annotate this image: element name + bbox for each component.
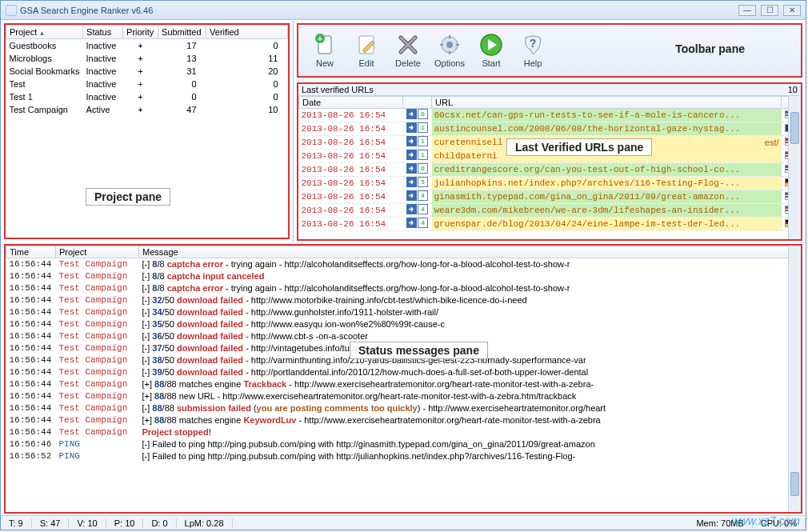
status-v: V: 10 xyxy=(69,518,106,528)
message-row[interactable]: 16:56:44Test Campaign[-] 35/50 download … xyxy=(6,318,801,330)
help-icon: ? xyxy=(521,33,545,57)
toolbar-pane: Toolbar pane + New Edit xyxy=(297,23,802,78)
statusbar: T: 9 S: 47 V: 10 P: 10 D: 0 LpM: 0.28 Me… xyxy=(1,515,806,530)
col-url[interactable]: URL xyxy=(432,97,782,109)
maximize-button[interactable]: ☐ xyxy=(761,5,778,16)
col-status[interactable]: Status xyxy=(83,26,123,39)
verified-title: Last verified URLs 10 xyxy=(298,84,801,96)
message-row[interactable]: 16:56:44Test Campaign[-] 32/50 download … xyxy=(6,294,801,306)
message-row[interactable]: 16:56:44Test Campaign[-] 8/8 captcha err… xyxy=(6,258,801,270)
status-cpu: CPU: 0% xyxy=(753,518,806,528)
messages-scrollbar[interactable] xyxy=(788,246,801,512)
col-date[interactable]: Date xyxy=(299,97,403,109)
svg-text:?: ? xyxy=(530,37,537,50)
project-row[interactable]: Social BookmarksInactive+3120 xyxy=(6,65,288,78)
svg-point-5 xyxy=(446,42,453,48)
project-pane: Project pane Project Status Priority Sub… xyxy=(4,23,290,239)
col-priority[interactable]: Priority xyxy=(123,26,158,39)
message-row[interactable]: 16:56:44Test Campaign[-] 36/50 download … xyxy=(6,330,801,342)
project-row[interactable]: GuestbooksInactive+170 xyxy=(6,39,288,53)
verified-row[interactable]: 2013-08-26 16:54 4 gruenspar.de/blog/201… xyxy=(299,218,801,231)
message-row[interactable]: 16:56:52PING[-] Failed to ping http://pi… xyxy=(6,450,801,462)
col-verified[interactable]: Verified xyxy=(206,26,288,39)
message-row[interactable]: 16:56:46PING[-] Failed to ping http://pi… xyxy=(6,438,801,450)
message-row[interactable]: 16:56:44Test Campaign[-] 88/88 submissio… xyxy=(6,402,801,414)
message-row[interactable]: 16:56:44Test Campaign[+] 88/88 matches e… xyxy=(6,414,801,426)
minimize-button[interactable]: — xyxy=(738,5,756,16)
project-row[interactable]: MicroblogsInactive+1311 xyxy=(6,52,288,65)
start-button[interactable]: Start xyxy=(471,28,511,73)
help-button[interactable]: ? Help xyxy=(513,28,553,73)
project-table[interactable]: Project Status Priority Submitted Verifi… xyxy=(6,25,288,116)
svg-text:+: + xyxy=(318,34,322,43)
project-pane-label: Project pane xyxy=(86,188,170,206)
new-button[interactable]: + New xyxy=(305,28,345,73)
edit-icon xyxy=(354,33,378,57)
verified-row[interactable]: 2013-08-26 16:54 1 austincounsel.com/200… xyxy=(299,122,801,136)
status-d: D: 0 xyxy=(143,518,176,528)
new-icon: + xyxy=(313,33,337,57)
delete-button[interactable]: Delete xyxy=(388,28,428,73)
col-message[interactable]: Message xyxy=(139,246,801,258)
window-title: GSA Search Engine Ranker v6.46 xyxy=(20,6,738,15)
status-mem: Mem: 70MB xyxy=(688,518,752,528)
verified-urls-pane: Last Verified URLs pane Last verified UR… xyxy=(297,82,802,241)
col-time[interactable]: Time xyxy=(6,246,56,258)
col-msg-project[interactable]: Project xyxy=(56,246,139,258)
status-p: P: 10 xyxy=(106,518,144,528)
message-row[interactable]: 16:56:44Test CampaignProject stopped! xyxy=(6,426,801,438)
verified-row[interactable]: 2013-08-26 16:54 5 julianhopkins.net/ind… xyxy=(299,177,801,190)
verified-table[interactable]: Date URL 2013-08-26 16:54 0 60csx.net/ca… xyxy=(298,96,801,231)
col-submitted[interactable]: Submitted xyxy=(158,26,206,39)
app-window: GSA Search Engine Ranker v6.46 — ☐ ✕ Pro… xyxy=(0,0,806,530)
status-t: T: 9 xyxy=(1,518,32,528)
app-icon xyxy=(6,5,17,16)
titlebar: GSA Search Engine Ranker v6.46 — ☐ ✕ xyxy=(1,1,806,20)
status-messages-pane: Status messages pane Time Project Messag… xyxy=(4,244,802,514)
verified-row[interactable]: 2013-08-26 16:54 0 creditrangescore.org/… xyxy=(299,163,801,177)
delete-icon xyxy=(396,33,420,57)
verified-row[interactable]: 2013-08-26 16:54 0 60csx.net/can-gps-run… xyxy=(299,109,801,122)
close-button[interactable]: ✕ xyxy=(783,5,801,16)
status-pane-label: Status messages pane xyxy=(350,342,488,359)
project-row[interactable]: TestInactive+00 xyxy=(6,78,288,90)
verified-row[interactable]: 2013-08-26 16:54 4 ginasmith.typepad.com… xyxy=(299,190,801,204)
project-row[interactable]: Test 1Inactive+00 xyxy=(6,90,288,103)
status-s: S: 47 xyxy=(32,518,70,528)
project-row[interactable]: Test CampaignActive+4710 xyxy=(6,103,288,116)
edit-button[interactable]: Edit xyxy=(346,28,386,73)
verified-scrollbar[interactable] xyxy=(788,96,801,239)
message-row[interactable]: 16:56:44Test Campaign[-] 39/50 download … xyxy=(6,366,801,378)
col-project[interactable]: Project xyxy=(6,26,83,39)
message-row[interactable]: 16:56:44Test Campaign[+] 88/88 matches e… xyxy=(6,378,801,390)
message-row[interactable]: 16:56:44Test Campaign[-] 8/8 captcha inp… xyxy=(6,270,801,282)
toolbar-pane-label: Toolbar pane xyxy=(667,41,753,57)
message-row[interactable]: 16:56:44Test Campaign[+] 88/88 new URL -… xyxy=(6,390,801,402)
start-icon xyxy=(479,33,503,57)
status-lpm: LpM: 0.28 xyxy=(177,518,233,528)
message-row[interactable]: 16:56:44Test Campaign[-] 34/50 download … xyxy=(6,306,801,318)
message-row[interactable]: 16:56:44Test Campaign[-] 8/8 captcha err… xyxy=(6,282,801,294)
verified-row[interactable]: 2013-08-26 16:54 4 weare3dm.com/mikebree… xyxy=(299,204,801,218)
options-button[interactable]: Options xyxy=(430,28,470,73)
verified-pane-label: Last Verified URLs pane xyxy=(506,138,652,156)
options-icon xyxy=(438,33,462,57)
